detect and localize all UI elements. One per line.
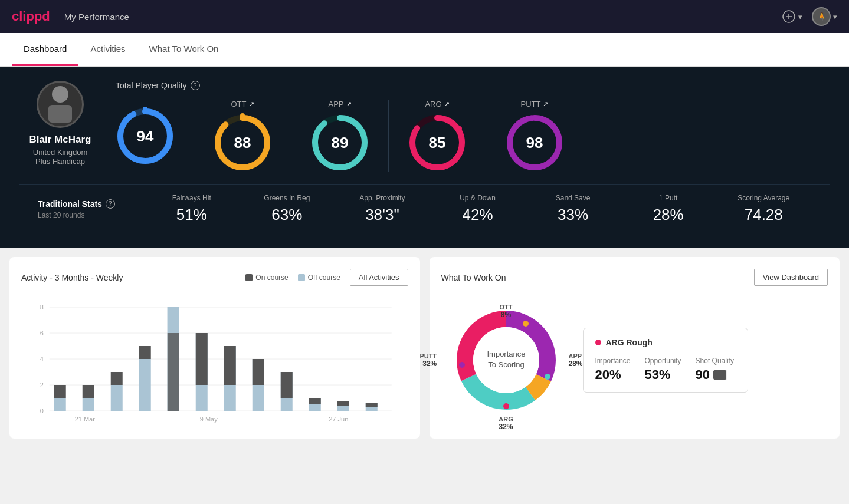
chart-legend: On course Off course xyxy=(245,274,340,282)
wtwo-body: Importance To Scoring OTT xyxy=(441,295,828,425)
arg-donut-label: ARG 32% xyxy=(499,416,513,431)
header-left: clippd My Performance xyxy=(12,9,129,24)
stat-scoring: Scoring Average 74.28 xyxy=(716,194,811,224)
user-avatar-button[interactable]: 🧍 ▾ xyxy=(812,7,837,26)
svg-point-66 xyxy=(459,362,465,368)
stat-greens-value: 63% xyxy=(271,206,302,224)
importance-label: Importance xyxy=(595,357,631,365)
stat-scoring-value: 74.28 xyxy=(745,206,783,224)
svg-rect-33 xyxy=(111,372,123,385)
tab-what-to-work-on[interactable]: What To Work On xyxy=(137,33,231,66)
tpq-help-icon[interactable]: ? xyxy=(191,81,200,90)
svg-rect-40 xyxy=(196,333,208,385)
info-stat-importance: Importance 20% xyxy=(595,357,631,383)
svg-text:2: 2 xyxy=(40,381,44,388)
view-dashboard-button[interactable]: View Dashboard xyxy=(754,269,828,286)
stat-proximity-label: App. Proximity xyxy=(359,194,405,202)
donut-chart: Importance To Scoring OTT xyxy=(441,295,571,425)
stat-fairways-value: 51% xyxy=(176,206,207,224)
svg-rect-28 xyxy=(54,398,66,411)
stat-sandsave-label: Sand Save xyxy=(556,194,591,202)
bottom-section: Activity - 3 Months - Weekly On course O… xyxy=(0,248,849,448)
main-score-value: 94 xyxy=(137,127,154,145)
putt-arrow-icon: ↗ xyxy=(543,100,548,108)
svg-rect-34 xyxy=(139,359,151,411)
hero-section: Blair McHarg United Kingdom Plus Handica… xyxy=(0,67,849,248)
ott-ring-chart: 88 xyxy=(213,113,272,172)
app-ring-chart: 89 xyxy=(310,113,369,172)
score-putt: PUTT ↗ 98 xyxy=(486,100,583,172)
svg-point-8 xyxy=(240,113,245,118)
tab-dashboard[interactable]: Dashboard xyxy=(12,33,78,66)
shot-quality-bar: 90 xyxy=(696,367,734,383)
svg-point-1 xyxy=(52,86,68,103)
stats-label-block: Traditional Stats ? Last 20 rounds xyxy=(38,199,144,219)
avatar xyxy=(37,81,84,128)
opportunity-label: Opportunity xyxy=(645,357,681,365)
svg-point-14 xyxy=(457,126,462,131)
tab-activities[interactable]: Activities xyxy=(78,33,137,66)
opportunity-value: 53% xyxy=(645,367,681,383)
score-main: 94 xyxy=(116,107,194,166)
stats-label: Traditional Stats ? xyxy=(38,199,144,209)
svg-rect-46 xyxy=(281,372,293,398)
app-arrow-icon: ↗ xyxy=(346,100,352,108)
svg-text:27 Jun: 27 Jun xyxy=(329,416,348,423)
scores-section: Total Player Quality ? 94 xyxy=(116,81,830,172)
svg-text:To Scoring: To Scoring xyxy=(488,360,524,369)
svg-point-63 xyxy=(523,321,529,327)
svg-text:4: 4 xyxy=(40,355,44,363)
score-app: APP ↗ 89 xyxy=(291,100,389,172)
shot-quality-bar-bg xyxy=(713,370,727,380)
add-button[interactable]: ▾ xyxy=(782,9,802,24)
importance-value: 20% xyxy=(595,367,631,383)
svg-rect-44 xyxy=(253,359,264,385)
arg-score-value: 85 xyxy=(429,134,446,152)
svg-text:0: 0 xyxy=(40,407,44,414)
svg-rect-52 xyxy=(366,403,378,407)
app-label: APP ↗ xyxy=(328,100,351,108)
avatar: 🧍 xyxy=(812,7,831,26)
svg-rect-29 xyxy=(54,385,66,398)
player-name: Blair McHarg xyxy=(29,134,91,146)
wtwo-header: What To Work On View Dashboard xyxy=(441,269,828,286)
svg-text:21 Mar: 21 Mar xyxy=(75,416,96,423)
stat-scoring-label: Scoring Average xyxy=(737,194,789,202)
score-arg: ARG ↗ 85 xyxy=(389,100,486,172)
scores-row: 94 OTT ↗ 88 xyxy=(116,100,830,172)
player-card: Blair McHarg United Kingdom Plus Handica… xyxy=(19,81,101,166)
player-country: United Kingdom xyxy=(33,148,88,157)
info-stat-opportunity: Opportunity 53% xyxy=(645,357,681,383)
legend-off-dot xyxy=(298,274,305,281)
info-card: ARG Rough Importance 20% Opportunity 53%… xyxy=(583,328,748,393)
putt-donut-label: PUTT 32% xyxy=(420,353,437,368)
stat-sandsave-value: 33% xyxy=(558,206,588,224)
stat-updown: Up & Down 42% xyxy=(430,194,526,224)
stat-proximity-value: 38'3" xyxy=(365,206,399,224)
stats-help-icon[interactable]: ? xyxy=(106,199,115,209)
svg-text:8: 8 xyxy=(40,304,44,311)
svg-text:9 May: 9 May xyxy=(200,416,218,423)
activity-panel: Activity - 3 Months - Weekly On course O… xyxy=(9,257,420,439)
info-card-title: ARG Rough xyxy=(595,338,736,347)
app-score-value: 89 xyxy=(332,134,349,152)
main-ring-chart: 94 xyxy=(116,107,175,166)
info-stat-shot-quality: Shot Quality 90 xyxy=(696,357,734,383)
header-right: ▾ 🧍 ▾ xyxy=(782,7,837,26)
stat-proximity: App. Proximity 38'3" xyxy=(335,194,430,224)
chart-header: Activity - 3 Months - Weekly On course O… xyxy=(21,269,408,286)
app-donut-label: APP 28% xyxy=(568,353,582,368)
stat-fairways: Fairways Hit 51% xyxy=(144,194,240,224)
stat-sandsave: Sand Save 33% xyxy=(525,194,621,224)
stat-fairways-label: Fairways Hit xyxy=(172,194,211,202)
bar-chart-svg: 8 6 4 2 0 xyxy=(21,295,408,425)
svg-text:6: 6 xyxy=(40,330,44,337)
logo: clippd xyxy=(12,9,50,24)
svg-rect-35 xyxy=(139,346,151,359)
all-activities-button[interactable]: All Activities xyxy=(350,269,408,286)
arg-arrow-icon: ↗ xyxy=(444,100,450,108)
svg-rect-31 xyxy=(83,385,94,398)
svg-rect-48 xyxy=(309,398,321,404)
stat-greens: Greens In Reg 63% xyxy=(240,194,335,224)
svg-point-17 xyxy=(535,116,539,120)
